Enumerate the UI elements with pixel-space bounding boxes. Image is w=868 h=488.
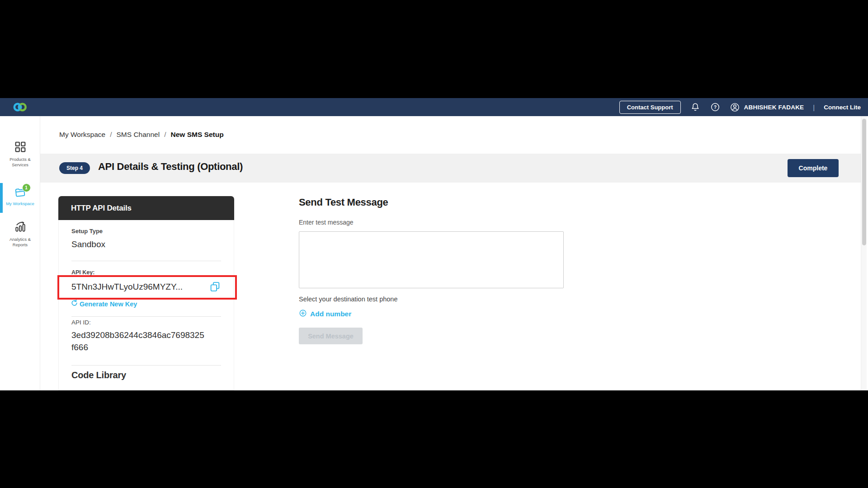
api-key-row: 5TNn3JHwTLyoUz96MYZY... xyxy=(71,281,221,292)
panel-header: HTTP API Details xyxy=(58,196,234,220)
panel-title: HTTP API Details xyxy=(71,204,132,213)
send-test-message-title: Send Test Message xyxy=(299,197,388,208)
top-navbar: Contact Support ? xyxy=(0,98,868,116)
left-sidebar: Products & Services 1 My Workspace xyxy=(0,116,40,390)
svg-text:?: ? xyxy=(713,105,716,110)
sidebar-item-label: My Workspace xyxy=(4,201,37,206)
brand-logo-icon[interactable] xyxy=(12,102,28,113)
breadcrumb-separator: / xyxy=(110,131,112,139)
copy-api-key-icon[interactable] xyxy=(209,281,221,292)
breadcrumb-sms-channel[interactable]: SMS Channel xyxy=(117,131,160,139)
navbar-divider: | xyxy=(813,103,815,111)
add-number-link[interactable]: Add number xyxy=(299,309,351,319)
product-name: Connect Lite xyxy=(824,104,861,111)
grid-icon xyxy=(14,141,26,155)
sidebar-item-my-workspace[interactable]: 1 My Workspace xyxy=(0,186,40,206)
bar-chart-icon xyxy=(14,221,26,235)
generate-new-key-link[interactable]: Generate New Key xyxy=(71,299,137,309)
breadcrumb-my-workspace[interactable]: My Workspace xyxy=(59,131,105,139)
vertical-scrollbar[interactable] xyxy=(861,116,867,390)
user-name: ABHISHEK FADAKE xyxy=(744,104,804,111)
refresh-icon xyxy=(71,299,78,309)
add-number-label: Add number xyxy=(310,310,351,318)
sidebar-item-label: Products & Services xyxy=(4,157,37,168)
page-title: API Details & Testing (Optional) xyxy=(98,161,243,173)
code-library-heading: Code Library xyxy=(71,370,126,380)
destination-phone-label: Select your destination test phone xyxy=(299,296,397,303)
app-window: Contact Support ? xyxy=(0,98,868,390)
api-key-label: API Key: xyxy=(71,269,94,276)
api-id-label: API ID: xyxy=(71,319,91,326)
divider xyxy=(71,365,221,366)
sidebar-item-products-services[interactable]: Products & Services xyxy=(0,141,40,168)
user-account[interactable]: ABHISHEK FADAKE xyxy=(730,102,804,113)
step-badge: Step 4 xyxy=(59,162,90,174)
user-avatar-icon xyxy=(730,102,741,113)
divider xyxy=(71,261,221,261)
generate-new-key-label: Generate New Key xyxy=(80,300,137,308)
setup-type-label: Setup Type xyxy=(71,228,103,235)
api-key-value: 5TNn3JHwTLyoUz96MYZY... xyxy=(71,282,183,292)
divider xyxy=(71,316,221,317)
sidebar-item-label: Analytics & Reports xyxy=(4,237,37,248)
scrollbar-thumb[interactable] xyxy=(862,119,866,245)
send-message-button[interactable]: Send Message xyxy=(299,328,363,344)
setup-type-value: Sandbox xyxy=(71,239,105,249)
plus-circle-icon xyxy=(299,309,307,319)
contact-support-button[interactable]: Contact Support xyxy=(619,101,681,114)
notification-bell-icon[interactable] xyxy=(690,102,701,113)
http-api-details-panel: HTTP API Details Setup Type Sandbox API … xyxy=(58,196,234,390)
folder-icon xyxy=(14,192,27,199)
test-message-input[interactable] xyxy=(299,231,564,288)
breadcrumb: My Workspace / SMS Channel / New SMS Set… xyxy=(59,131,224,139)
api-id-value: 3ed39208b36244c3846ac7698325f666 xyxy=(71,329,205,353)
breadcrumb-separator: / xyxy=(164,131,166,139)
breadcrumb-current-page: New SMS Setup xyxy=(170,131,223,139)
workspace-count-badge: 1 xyxy=(22,183,31,192)
test-message-label: Enter test message xyxy=(299,219,354,226)
help-icon[interactable]: ? xyxy=(710,102,721,113)
step-banner: Step 4 API Details & Testing (Optional) … xyxy=(40,154,861,183)
complete-button[interactable]: Complete xyxy=(788,159,839,177)
sidebar-item-analytics-reports[interactable]: Analytics & Reports xyxy=(0,221,40,248)
